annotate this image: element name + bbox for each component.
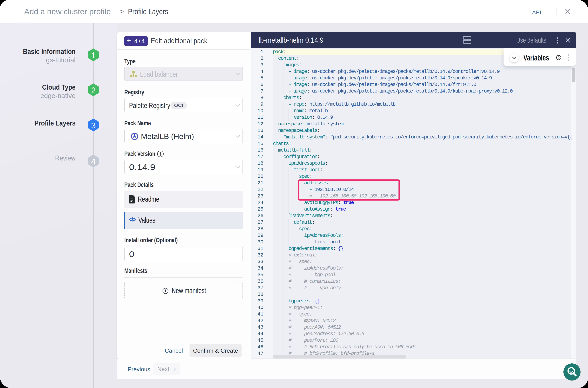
svg-text:?: ?	[558, 56, 560, 60]
